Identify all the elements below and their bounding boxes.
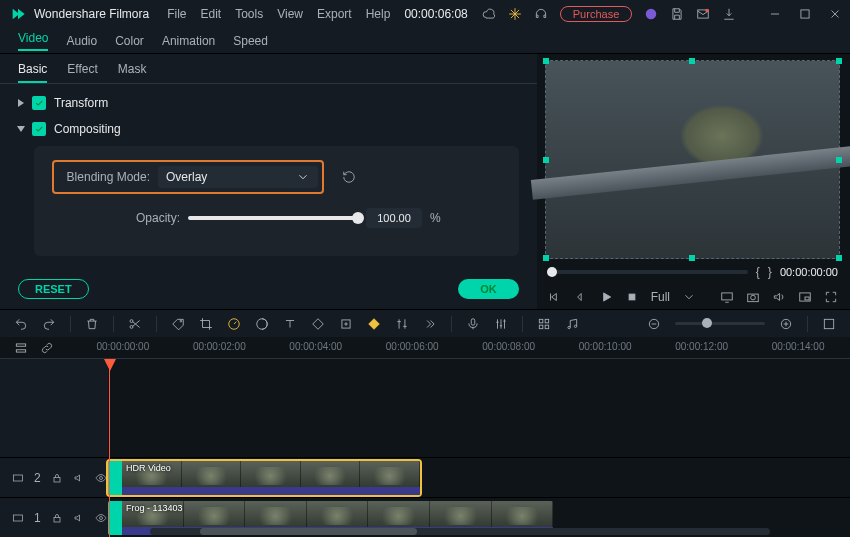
svg-point-33 (99, 516, 102, 519)
clip-hdr-video[interactable]: HDR Video (108, 461, 420, 495)
speed-icon[interactable] (227, 317, 241, 331)
volume-icon[interactable] (772, 290, 786, 304)
color-icon[interactable] (255, 317, 269, 331)
checkbox-transform[interactable] (32, 96, 46, 110)
fit-icon[interactable] (822, 317, 836, 331)
minimize-icon[interactable] (768, 7, 782, 21)
zoom-out-icon[interactable] (647, 317, 661, 331)
tab-speed[interactable]: Speed (233, 34, 268, 48)
zoom-in-icon[interactable] (779, 317, 793, 331)
music-icon[interactable] (565, 317, 579, 331)
marker-icon[interactable] (367, 317, 381, 331)
mark-in-label[interactable]: { (756, 265, 760, 279)
opacity-slider[interactable] (188, 216, 358, 220)
ok-button[interactable]: OK (458, 279, 519, 299)
timeline-tracks[interactable]: HDR Video Frog - 113403 (108, 359, 850, 537)
zoom-slider[interactable] (675, 322, 765, 325)
menu-help[interactable]: Help (366, 7, 391, 21)
clip-title: Frog - 113403 (126, 503, 183, 513)
blending-mode-value: Overlay (166, 170, 207, 184)
lock-icon[interactable] (51, 472, 63, 484)
subtab-effect[interactable]: Effect (67, 62, 97, 83)
app-title: Wondershare Filmora (34, 7, 149, 21)
lock-icon[interactable] (51, 512, 63, 524)
menu-export[interactable]: Export (317, 7, 352, 21)
menu-edit[interactable]: Edit (201, 7, 222, 21)
svg-point-7 (751, 295, 756, 300)
svg-point-12 (180, 320, 182, 322)
cloud-icon[interactable] (482, 7, 496, 21)
preview-viewport[interactable] (545, 60, 840, 259)
crop-icon[interactable] (199, 317, 213, 331)
save-icon[interactable] (670, 7, 684, 21)
chevron-right-icon (18, 99, 24, 107)
close-icon[interactable] (828, 7, 842, 21)
play-icon[interactable] (599, 290, 613, 304)
snapshot-icon[interactable] (746, 290, 760, 304)
menu-tools[interactable]: Tools (235, 7, 263, 21)
opacity-value[interactable]: 100.00 (366, 208, 422, 228)
redo-icon[interactable] (42, 317, 56, 331)
svg-rect-16 (471, 318, 475, 324)
tab-animation[interactable]: Animation (162, 34, 215, 48)
subtab-mask[interactable]: Mask (118, 62, 147, 83)
quality-select[interactable]: Full (651, 290, 670, 304)
mail-icon[interactable] (696, 7, 710, 21)
detect-icon[interactable] (339, 317, 353, 331)
grid-icon[interactable] (537, 317, 551, 331)
svg-rect-3 (801, 10, 809, 18)
more-icon[interactable] (423, 317, 437, 331)
tab-color[interactable]: Color (115, 34, 144, 48)
checkbox-compositing[interactable] (32, 122, 46, 136)
text-icon[interactable] (283, 317, 297, 331)
video-track-icon (12, 472, 24, 484)
avatar-icon[interactable] (644, 7, 658, 21)
reset-button[interactable]: RESET (18, 279, 89, 299)
purchase-button[interactable]: Purchase (560, 6, 632, 22)
tab-video[interactable]: Video (18, 31, 48, 51)
mute-icon[interactable] (73, 472, 85, 484)
prev-frame-icon[interactable] (547, 290, 561, 304)
track-head-1[interactable]: 1 (0, 497, 108, 537)
delete-icon[interactable] (85, 317, 99, 331)
reset-blending-icon[interactable] (342, 170, 356, 184)
link-icon[interactable] (40, 341, 54, 355)
subtab-basic[interactable]: Basic (18, 62, 47, 83)
mic-icon[interactable] (466, 317, 480, 331)
timeline-ruler[interactable]: 00:00:00:00 00:00:02:00 00:00:04:00 00:0… (0, 337, 850, 359)
step-back-icon[interactable] (573, 290, 587, 304)
mark-out-label[interactable]: } (768, 265, 772, 279)
headphones-icon[interactable] (534, 7, 548, 21)
group-transform-label: Transform (54, 96, 108, 110)
eye-icon[interactable] (95, 472, 107, 484)
pip-icon[interactable] (798, 290, 812, 304)
fullscreen-icon[interactable] (824, 290, 838, 304)
tab-audio[interactable]: Audio (66, 34, 97, 48)
mixer-icon[interactable] (494, 317, 508, 331)
adjust-icon[interactable] (395, 317, 409, 331)
tag-icon[interactable] (171, 317, 185, 331)
group-compositing[interactable]: Compositing (14, 116, 523, 142)
cut-icon[interactable] (128, 317, 142, 331)
undo-icon[interactable] (14, 317, 28, 331)
opacity-unit: % (430, 211, 441, 225)
download-icon[interactable] (722, 7, 736, 21)
stop-icon[interactable] (625, 290, 639, 304)
preview-scrubber[interactable] (547, 270, 748, 274)
display-icon[interactable] (720, 290, 734, 304)
sparkle-icon[interactable] (508, 7, 522, 21)
mute-icon[interactable] (73, 512, 85, 524)
timeline-toolbar (0, 309, 850, 337)
keyframe-icon[interactable] (311, 317, 325, 331)
svg-rect-27 (16, 349, 25, 351)
timeline-hscrollbar[interactable] (150, 528, 770, 535)
group-transform[interactable]: Transform (14, 90, 523, 116)
menu-file[interactable]: File (167, 7, 186, 21)
eye-icon[interactable] (95, 512, 107, 524)
maximize-icon[interactable] (798, 7, 812, 21)
svg-rect-17 (539, 319, 543, 323)
track-head-2[interactable]: 2 (0, 457, 108, 497)
menu-view[interactable]: View (277, 7, 303, 21)
blending-mode-select[interactable]: Overlay (158, 166, 318, 188)
track-manager-icon[interactable] (14, 341, 28, 355)
